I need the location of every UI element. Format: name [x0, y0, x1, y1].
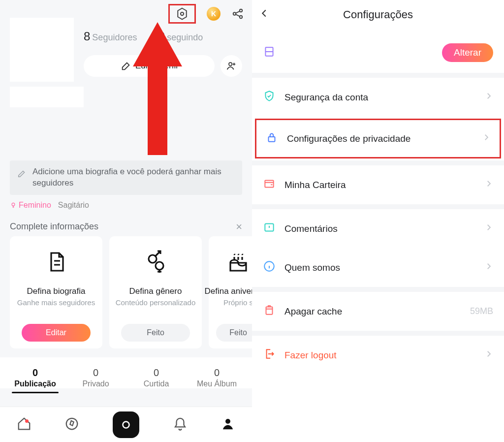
nav-notifications-icon[interactable] — [173, 416, 188, 433]
coin-icon[interactable]: K — [207, 7, 220, 21]
chevron-right-icon — [482, 133, 491, 144]
add-friend-button[interactable] — [220, 55, 242, 77]
nav-camera-button[interactable] — [113, 411, 139, 438]
svg-point-7 — [156, 262, 163, 270]
settings-item-cache[interactable]: Apagar cache 59MB — [252, 287, 504, 331]
settings-title: Configurações — [343, 8, 413, 21]
edit-profile-button[interactable]: Editar perfil — [84, 55, 215, 77]
tab-liked[interactable]: 0Curtida — [126, 367, 187, 388]
svg-rect-14 — [265, 181, 273, 188]
gender-tag: Feminino — [10, 201, 51, 210]
lock-icon — [265, 131, 278, 146]
tab-posts[interactable]: 0Publicação — [5, 367, 65, 388]
settings-item-about[interactable]: Quem somos — [252, 248, 504, 287]
comments-icon — [263, 221, 276, 236]
cache-size: 59MB — [470, 306, 493, 316]
following-stat[interactable]: 10seguindo — [152, 30, 203, 43]
card-birthday-button[interactable]: Feito — [216, 324, 252, 342]
card-bio-button[interactable]: Editar — [22, 324, 91, 342]
followers-stat[interactable]: 8Seguidores — [84, 30, 137, 43]
avatar[interactable] — [10, 18, 74, 82]
settings-item-logout[interactable]: Fazer logout — [252, 331, 504, 375]
settings-item-security[interactable]: Segurança da conta — [252, 73, 504, 117]
info-icon — [263, 260, 276, 275]
alter-button[interactable]: Alterar — [442, 43, 493, 62]
card-gender-button[interactable]: Feito — [121, 324, 190, 342]
settings-item-privacy[interactable]: Configurações de privacidade — [256, 120, 500, 157]
svg-point-8 — [66, 418, 78, 429]
cake-icon — [226, 247, 250, 277]
username — [10, 87, 84, 107]
svg-point-6 — [149, 255, 157, 263]
card-birthday: Defina aniversário Próprio s Feito — [209, 236, 252, 348]
settings-highlight-box — [168, 4, 196, 24]
card-gender: Defina gênero Conteúdo personalizado Fei… — [109, 236, 202, 348]
svg-point-10 — [225, 419, 230, 424]
tab-private[interactable]: 0Privado — [65, 367, 126, 388]
chevron-right-icon — [484, 262, 493, 273]
chevron-right-icon — [484, 223, 493, 234]
tab-album[interactable]: 0Meu Álbum — [187, 367, 247, 388]
nav-home-icon[interactable] — [17, 416, 32, 433]
settings-item-comments[interactable]: Comentários — [252, 204, 504, 248]
svg-point-9 — [123, 421, 129, 428]
nav-profile-icon[interactable] — [220, 416, 235, 433]
document-icon — [44, 247, 68, 277]
back-icon[interactable] — [259, 8, 270, 22]
account-icon — [263, 45, 276, 60]
shield-icon — [263, 90, 276, 105]
chevron-right-icon — [484, 92, 493, 103]
close-complete-icon[interactable]: × — [236, 221, 242, 233]
gender-icon — [144, 247, 167, 277]
bio-hint[interactable]: Adicione uma biografia e você poderá gan… — [10, 160, 242, 195]
svg-point-5 — [12, 203, 15, 206]
chevron-right-icon — [484, 179, 493, 190]
card-bio: Defina biografia Ganhe mais seguidores E… — [10, 236, 102, 348]
share-icon[interactable] — [231, 7, 244, 20]
wallet-icon — [263, 177, 276, 192]
zodiac-tag: Sagitário — [58, 201, 89, 210]
logout-icon — [263, 347, 276, 363]
trash-icon — [263, 304, 276, 319]
nav-explore-icon[interactable] — [64, 416, 79, 433]
privacy-highlight-box: Configurações de privacidade — [255, 119, 501, 158]
svg-point-0 — [181, 12, 184, 15]
settings-item-wallet[interactable]: Minha Carteira — [252, 160, 504, 204]
svg-rect-17 — [266, 307, 273, 315]
settings-gear-icon[interactable] — [175, 6, 189, 21]
chevron-right-icon — [484, 349, 493, 361]
svg-rect-13 — [269, 137, 275, 142]
svg-point-4 — [229, 63, 232, 65]
complete-info-title: Complete informações — [10, 221, 98, 232]
